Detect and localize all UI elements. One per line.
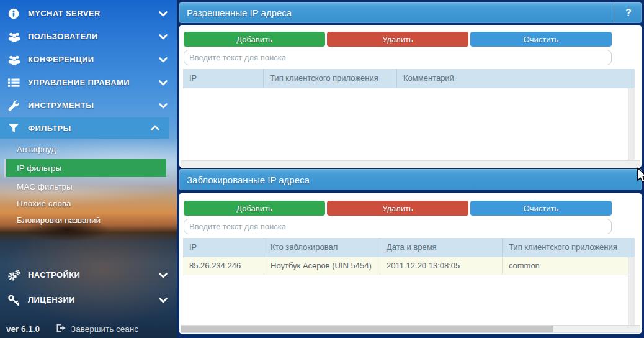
submenu-item-name-blocks[interactable]: Блокировки названий <box>0 212 177 229</box>
delete-button[interactable]: Удалить <box>327 32 468 47</box>
column-header-client-type: Тип клиентского приложения <box>264 69 397 88</box>
sidebar-item-label: MYCHAT SERVER <box>28 9 157 18</box>
table-header-row: IP Тип клиентского приложения Комментари… <box>183 69 635 88</box>
logout-button[interactable]: Завершить сеанс <box>56 323 138 335</box>
table-header-row: IP Кто заблокировал Дата и время Тип кли… <box>183 238 635 257</box>
cell-blocked-by: Ноутбук Асеров (UIN 5454) <box>264 257 380 275</box>
panel-title: Заблокированные IP адреса <box>179 175 310 185</box>
column-header-ip: IP <box>183 238 264 257</box>
column-header-blocked-by: Кто заблокировал <box>264 238 380 257</box>
vertical-scrollbar[interactable] <box>628 88 635 160</box>
allowed-ips-table: IP Тип клиентского приложения Комментари… <box>183 69 635 160</box>
column-header-datetime: Дата и время <box>380 238 503 257</box>
submenu-item-bad-words[interactable]: Плохие слова <box>0 195 177 212</box>
logout-label: Завершить сеанс <box>71 324 138 334</box>
cell-client-type: common <box>503 257 635 275</box>
horizontal-scrollbar[interactable] <box>181 325 640 333</box>
submenu-item-mac-filters[interactable]: MAC фильтры <box>0 178 177 195</box>
sidebar-item-settings[interactable]: НАСТРОЙКИ <box>0 263 177 286</box>
chevron-up-icon <box>149 122 161 134</box>
submenu-item-ip-filters[interactable]: IP фильтры <box>4 159 166 177</box>
vertical-scrollbar[interactable] <box>628 257 635 325</box>
sidebar-item-tools[interactable]: ИНСТРУМЕНТЫ <box>0 94 177 117</box>
sidebar-item-label: УПРАВЛЕНИЕ ПРАВАМИ <box>28 78 157 87</box>
logout-icon <box>56 323 66 335</box>
chevron-down-icon <box>157 269 169 281</box>
horizontal-scrollbar[interactable] <box>181 160 640 168</box>
sidebar-item-label: ИНСТРУМЕНТЫ <box>28 101 157 110</box>
help-button[interactable]: ? <box>615 2 642 23</box>
sidebar-item-label: ПОЛЬЗОВАТЕЛИ <box>28 32 157 41</box>
sidebar-item-rights-management[interactable]: УПРАВЛЕНИЕ ПРАВАМИ <box>0 71 177 94</box>
submenu-item-label: Антифлуд <box>17 145 56 154</box>
chevron-down-icon <box>157 76 169 89</box>
chevron-down-icon <box>157 7 169 20</box>
chevron-down-icon <box>157 294 169 306</box>
list-icon <box>7 76 22 89</box>
panel-title: Разрешенные IP адреса <box>179 7 292 18</box>
sidebar-item-label: КОНФЕРЕНЦИИ <box>28 55 157 64</box>
column-header-client-type: Тип клиентского приложения <box>503 238 635 257</box>
horizontal-scrollbar-thumb[interactable] <box>181 326 553 332</box>
blocked-ips-toolbar: Добавить Удалить Очистить <box>184 201 612 216</box>
gears-icon <box>7 269 22 281</box>
allowed-ips-panel-header: Разрешенные IP адреса ? <box>179 2 642 23</box>
chevron-down-icon <box>157 99 169 112</box>
chevron-down-icon <box>157 53 169 66</box>
column-header-comment: Комментарий <box>397 69 635 88</box>
conference-icon <box>7 53 22 66</box>
sidebar-nav: MYCHAT SERVER ПОЛЬЗОВАТЕЛИ КОНФЕРЕНЦИИ <box>0 2 177 311</box>
wrench-icon <box>7 99 22 112</box>
clear-button[interactable]: Очистить <box>470 201 612 216</box>
sidebar-item-label: НАСТРОЙКИ <box>28 270 157 280</box>
version-label: ver 6.1.0 <box>6 324 40 334</box>
allowed-ips-toolbar: Добавить Удалить Очистить <box>184 32 612 47</box>
key-icon <box>7 294 22 306</box>
info-icon <box>7 7 22 20</box>
blocked-ips-panel: Добавить Удалить Очистить IP Кто заблоки… <box>179 193 642 334</box>
clear-button[interactable]: Очистить <box>470 32 612 47</box>
search-input[interactable] <box>184 50 612 65</box>
sidebar: MYCHAT SERVER ПОЛЬЗОВАТЕЛИ КОНФЕРЕНЦИИ <box>0 0 177 338</box>
sidebar-item-label: ФИЛЬТРЫ <box>28 124 149 133</box>
sidebar-item-filters[interactable]: ФИЛЬТРЫ <box>0 117 169 139</box>
add-button[interactable]: Добавить <box>184 32 325 47</box>
search-input[interactable] <box>184 219 612 234</box>
nav-spacer <box>0 235 177 258</box>
blocked-ips-panel-header: Заблокированные IP адреса <box>179 169 642 190</box>
cell-ip: 85.26.234.246 <box>183 257 264 275</box>
submenu-item-label: Блокировки названий <box>17 216 101 225</box>
add-button[interactable]: Добавить <box>184 201 325 216</box>
column-header-ip: IP <box>183 69 264 88</box>
sidebar-item-licenses[interactable]: ЛИЦЕНЗИИ <box>0 288 177 311</box>
allowed-ips-panel: Добавить Удалить Очистить IP Тип клиентс… <box>179 25 642 167</box>
delete-button[interactable]: Удалить <box>327 201 468 216</box>
submenu-item-label: MAC фильтры <box>17 182 73 191</box>
blocked-ips-table: IP Кто заблокировал Дата и время Тип кли… <box>183 238 635 325</box>
cell-datetime: 2011.12.20 13:08:05 <box>380 257 503 275</box>
submenu-item-antiflood[interactable]: Антифлуд <box>0 141 177 158</box>
main-area: Разрешенные IP адреса ? Добавить Удалить… <box>177 0 644 338</box>
submenu-item-label: Плохие слова <box>17 199 71 208</box>
sidebar-footer: ver 6.1.0 Завершить сеанс <box>0 319 177 338</box>
sidebar-item-label: ЛИЦЕНЗИИ <box>28 295 157 304</box>
users-icon <box>7 30 22 43</box>
filters-submenu: Антифлуд IP фильтры MAC фильтры Плохие с… <box>0 141 177 229</box>
submenu-item-label: IP фильтры <box>17 163 61 173</box>
sidebar-item-mychat-server[interactable]: MYCHAT SERVER <box>0 2 177 25</box>
filter-icon <box>7 122 22 134</box>
chevron-down-icon <box>157 30 169 43</box>
sidebar-item-users[interactable]: ПОЛЬЗОВАТЕЛИ <box>0 25 177 48</box>
sidebar-item-conferences[interactable]: КОНФЕРЕНЦИИ <box>0 48 177 71</box>
table-row[interactable]: 85.26.234.246 Ноутбук Асеров (UIN 5454) … <box>183 257 635 275</box>
